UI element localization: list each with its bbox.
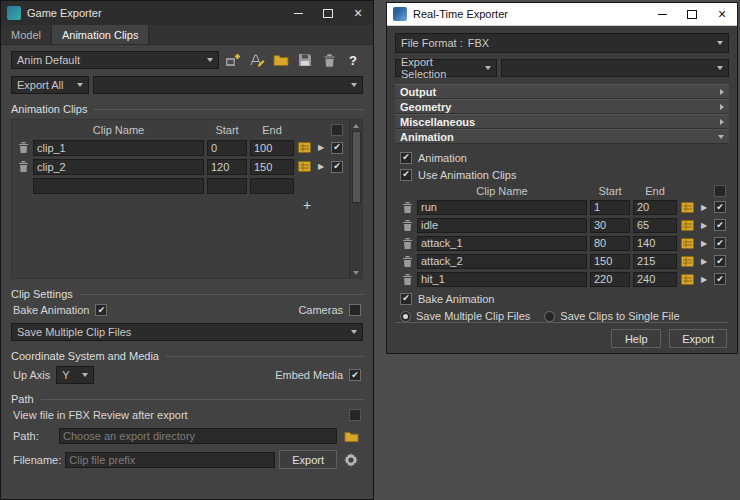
new-folder-icon[interactable]: [271, 51, 291, 69]
delete-clip-icon[interactable]: [400, 273, 414, 286]
delete-clip-icon[interactable]: [400, 219, 414, 232]
rollout-animation[interactable]: Animation: [395, 129, 729, 144]
export-button[interactable]: Export: [279, 450, 337, 469]
set-key-icon[interactable]: [680, 273, 695, 286]
add-anim-preset-icon[interactable]: [223, 51, 243, 69]
delete-clip-icon[interactable]: [400, 201, 414, 214]
play-clip-icon[interactable]: ▶: [698, 257, 710, 266]
scroll-up-icon[interactable]: [352, 121, 361, 130]
rollout-miscellaneous[interactable]: Miscellaneous: [395, 114, 729, 129]
bake-animation-checkbox[interactable]: [95, 304, 107, 316]
export-selection-dropdown[interactable]: Export Selection: [395, 59, 497, 77]
view-after-export-checkbox[interactable]: [349, 409, 361, 421]
clip-name-field[interactable]: [33, 159, 204, 175]
set-key-icon[interactable]: [680, 237, 695, 250]
close-button[interactable]: [707, 3, 737, 25]
clip-name-field[interactable]: [417, 272, 587, 287]
play-clip-icon[interactable]: ▶: [315, 143, 327, 152]
clip-end-field[interactable]: [633, 236, 677, 251]
clip-enabled-checkbox[interactable]: [714, 219, 726, 231]
clip-end-field[interactable]: [633, 200, 677, 215]
use-animation-clips-checkbox[interactable]: [400, 169, 412, 181]
gear-icon[interactable]: [341, 451, 361, 469]
bake-animation-checkbox[interactable]: [400, 293, 412, 305]
clip-end-field[interactable]: [250, 140, 294, 156]
vertical-scrollbar[interactable]: [349, 120, 362, 278]
clip-start-field[interactable]: [207, 159, 247, 175]
delete-clip-icon[interactable]: [16, 160, 30, 173]
filename-input[interactable]: [65, 452, 275, 468]
save-multiple-clips-radio[interactable]: [400, 311, 411, 322]
save-preset-icon[interactable]: [295, 51, 315, 69]
help-button[interactable]: Help: [611, 329, 661, 348]
maximize-button[interactable]: [677, 3, 707, 25]
export-button[interactable]: Export: [669, 329, 727, 348]
delete-clip-icon[interactable]: [400, 255, 414, 268]
tab-model[interactable]: Model: [1, 25, 52, 44]
export-mode-dropdown[interactable]: Export All: [11, 76, 89, 94]
title-bar[interactable]: Game Exporter: [1, 1, 373, 25]
play-clip-icon[interactable]: ▶: [698, 221, 710, 230]
clip-end-field[interactable]: [633, 218, 677, 233]
set-key-icon[interactable]: [297, 141, 312, 154]
clip-start-field[interactable]: [590, 272, 630, 287]
set-key-icon[interactable]: [680, 219, 695, 232]
clip-enabled-checkbox[interactable]: [331, 161, 343, 173]
save-mode-dropdown[interactable]: Save Multiple Clip Files: [11, 323, 363, 341]
clip-name-field[interactable]: [417, 254, 587, 269]
new-clip-end-field[interactable]: [250, 178, 294, 194]
clip-enabled-checkbox[interactable]: [714, 255, 726, 267]
preset-dropdown[interactable]: Anim Default: [11, 51, 219, 69]
save-single-file-radio[interactable]: [544, 311, 555, 322]
cameras-checkbox[interactable]: [349, 304, 361, 316]
play-clip-icon[interactable]: ▶: [698, 203, 710, 212]
maximize-button[interactable]: [313, 1, 343, 25]
path-input[interactable]: [59, 428, 337, 444]
file-format-dropdown[interactable]: File Format : FBX: [395, 33, 729, 53]
animation-checkbox[interactable]: [400, 152, 412, 164]
clip-name-field[interactable]: [417, 236, 587, 251]
clip-enabled-checkbox[interactable]: [714, 273, 726, 285]
clip-enabled-checkbox[interactable]: [714, 201, 726, 213]
clip-enabled-checkbox[interactable]: [714, 237, 726, 249]
browse-folder-icon[interactable]: [341, 427, 361, 445]
clip-name-field[interactable]: [417, 200, 587, 215]
clip-enabled-checkbox[interactable]: [331, 142, 343, 154]
clip-start-field[interactable]: [590, 200, 630, 215]
new-clip-start-field[interactable]: [207, 178, 247, 194]
set-key-icon[interactable]: [680, 255, 695, 268]
rollout-geometry[interactable]: Geometry: [395, 99, 729, 114]
embed-media-checkbox[interactable]: [349, 369, 361, 381]
set-key-icon[interactable]: [680, 201, 695, 214]
tab-animation-clips[interactable]: Animation Clips: [52, 25, 149, 44]
clip-end-field[interactable]: [633, 254, 677, 269]
play-clip-icon[interactable]: ▶: [698, 275, 710, 284]
clip-name-field[interactable]: [33, 140, 204, 156]
delete-preset-icon[interactable]: [319, 51, 339, 69]
rollout-output[interactable]: Output: [395, 84, 729, 99]
help-button[interactable]: ?: [343, 51, 363, 69]
clip-start-field[interactable]: [590, 254, 630, 269]
clip-start-field[interactable]: [207, 140, 247, 156]
close-button[interactable]: [343, 1, 373, 25]
up-axis-dropdown[interactable]: Y: [56, 366, 94, 384]
play-clip-icon[interactable]: ▶: [315, 162, 327, 171]
clip-end-field[interactable]: [633, 272, 677, 287]
clip-start-field[interactable]: [590, 218, 630, 233]
new-clip-name-field[interactable]: [33, 178, 204, 194]
select-all-checkbox[interactable]: [714, 185, 726, 197]
export-target-dropdown[interactable]: [93, 76, 363, 94]
clip-start-field[interactable]: [590, 236, 630, 251]
add-clip-button[interactable]: +: [299, 197, 315, 213]
delete-clip-icon[interactable]: [400, 237, 414, 250]
select-all-checkbox[interactable]: [331, 124, 343, 136]
scroll-down-icon[interactable]: [352, 268, 361, 277]
minimize-button[interactable]: [283, 1, 313, 25]
delete-clip-icon[interactable]: [16, 141, 30, 154]
clip-name-field[interactable]: [417, 218, 587, 233]
title-bar[interactable]: Real-Time Exporter: [387, 3, 737, 26]
play-clip-icon[interactable]: ▶: [698, 239, 710, 248]
minimize-button[interactable]: [647, 3, 677, 25]
selection-set-dropdown[interactable]: [501, 59, 729, 77]
rename-preset-icon[interactable]: [247, 51, 267, 69]
